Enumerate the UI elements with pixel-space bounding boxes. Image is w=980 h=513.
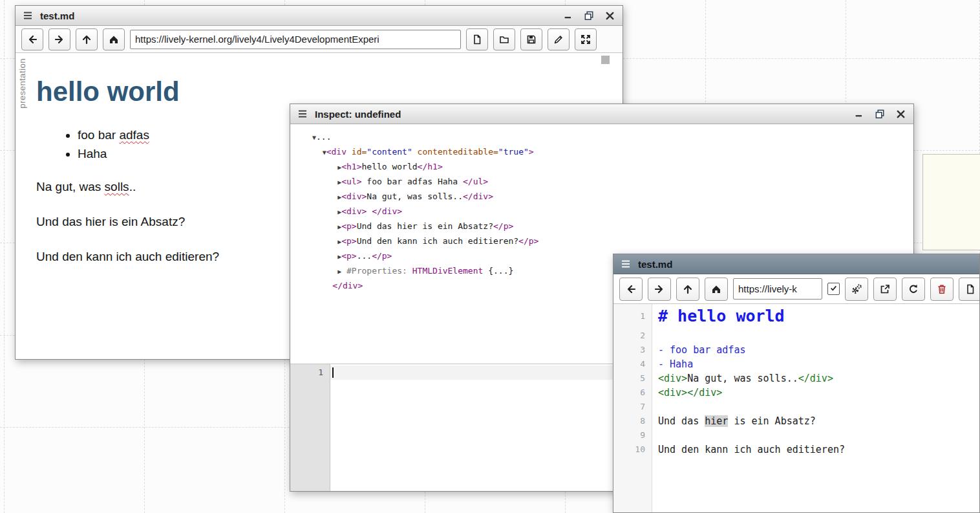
external-link-icon bbox=[879, 283, 891, 295]
new-file-icon bbox=[471, 34, 483, 45]
code-line[interactable]: 6<div></div> bbox=[613, 386, 979, 400]
window-title: test.md bbox=[40, 10, 74, 21]
code-editor[interactable]: 1# hello world23- foo bar adfas4- Haha5<… bbox=[613, 304, 979, 512]
back-icon bbox=[625, 283, 637, 295]
text-segment: - foo bar adfas bbox=[658, 344, 745, 356]
text-segment: <ul> bbox=[341, 177, 361, 186]
url-input[interactable] bbox=[130, 30, 461, 49]
titlebar: Inspect: undefined bbox=[290, 104, 913, 124]
code-line[interactable]: 3- foo bar adfas bbox=[613, 343, 979, 357]
text-segment: Und den kann ich auch editieren? bbox=[36, 250, 219, 263]
line-number: 9 bbox=[613, 428, 652, 442]
forward-button[interactable] bbox=[48, 28, 70, 50]
text-segment: <p> bbox=[341, 236, 356, 246]
external-link-button[interactable] bbox=[873, 278, 897, 301]
gears-button[interactable] bbox=[845, 278, 868, 301]
text-segment: solls bbox=[105, 180, 129, 193]
up-button[interactable] bbox=[76, 28, 98, 50]
text-segment bbox=[341, 266, 346, 276]
text-segment: <div></div> bbox=[658, 387, 722, 398]
trash-icon bbox=[936, 283, 948, 295]
line-number: 10 bbox=[613, 442, 652, 457]
check-icon bbox=[830, 283, 838, 295]
text-segment: id= bbox=[352, 147, 367, 157]
line-number: 8 bbox=[613, 414, 652, 428]
code-line[interactable]: 2 bbox=[613, 329, 979, 343]
text-segment: contenteditable= bbox=[412, 147, 498, 157]
close-icon[interactable] bbox=[603, 9, 616, 22]
action-button-group bbox=[466, 28, 597, 50]
line-number: 6 bbox=[613, 386, 652, 400]
line-number: 7 bbox=[613, 400, 652, 414]
line-content bbox=[652, 329, 979, 343]
text-segment bbox=[312, 266, 337, 276]
back-button[interactable] bbox=[619, 278, 643, 301]
code-line[interactable]: 9 bbox=[613, 428, 979, 442]
forward-button[interactable] bbox=[648, 278, 671, 301]
text-segment: Haha bbox=[78, 147, 107, 160]
dom-tree-node[interactable]: ▶<p>Und das hier is ein Absatz?</p> bbox=[312, 219, 913, 234]
line-number: 2 bbox=[613, 329, 652, 343]
up-button[interactable] bbox=[676, 278, 699, 301]
home-button[interactable] bbox=[103, 28, 125, 50]
gears-icon bbox=[851, 283, 862, 295]
line-content bbox=[652, 400, 979, 414]
line-number: 4 bbox=[613, 357, 652, 371]
home-button[interactable] bbox=[705, 278, 728, 301]
text-cursor bbox=[332, 367, 334, 378]
code-line[interactable]: 8Und das hier is ein Absatz? bbox=[613, 414, 979, 428]
code-line[interactable]: 7 bbox=[613, 400, 979, 414]
code-line[interactable]: 10Und den kann ich auch editieren? bbox=[613, 442, 979, 457]
resize-handle[interactable] bbox=[601, 56, 610, 64]
url-input[interactable] bbox=[733, 278, 822, 300]
text-segment: </div> bbox=[798, 373, 833, 384]
edit-button[interactable] bbox=[548, 28, 570, 50]
grid-line bbox=[4, 0, 5, 513]
dom-tree-node[interactable]: ▶<p>Und den kann ich auch editieren?</p> bbox=[312, 234, 913, 249]
refresh-button[interactable] bbox=[902, 278, 925, 301]
text-segment: <p> bbox=[341, 221, 356, 231]
text-segment: </p> bbox=[518, 236, 538, 246]
menu-icon[interactable] bbox=[620, 258, 632, 270]
dom-tree-node[interactable]: ▼... bbox=[312, 130, 913, 145]
expand-button[interactable] bbox=[575, 28, 597, 50]
text-segment: </h1> bbox=[418, 162, 443, 171]
dom-tree-node[interactable]: ▶<div> </div> bbox=[312, 204, 913, 219]
text-segment: <div bbox=[326, 147, 352, 157]
text-segment: </div> bbox=[372, 206, 402, 216]
dom-tree-node[interactable]: ▶<div>Na gut, was solls..</div> bbox=[312, 190, 913, 204]
text-segment: Und den kann ich auch editieren? bbox=[357, 236, 518, 246]
new-file-button[interactable] bbox=[466, 28, 488, 50]
maximize-icon[interactable] bbox=[582, 9, 595, 22]
dom-tree-node[interactable]: ▶<h1>hello world</h1> bbox=[312, 160, 913, 175]
text-segment: <h1> bbox=[341, 162, 361, 171]
back-button[interactable] bbox=[21, 28, 43, 50]
toolbar-checkbox[interactable] bbox=[827, 283, 840, 295]
window-controls bbox=[853, 107, 907, 120]
code-line[interactable]: 1# hello world bbox=[613, 304, 979, 329]
text-segment bbox=[312, 191, 337, 201]
dom-tree-node[interactable]: ▼<div id="content" contenteditable="true… bbox=[312, 145, 913, 160]
code-line[interactable]: 5<div>Na gut, was solls..</div> bbox=[613, 371, 979, 386]
text-segment: <div> bbox=[658, 373, 687, 384]
text-segment: </ul> bbox=[463, 177, 488, 186]
maximize-icon[interactable] bbox=[873, 107, 886, 120]
code-line[interactable]: 4- Haha bbox=[613, 357, 979, 371]
home-icon bbox=[710, 283, 722, 295]
text-segment: HTMLDivElement bbox=[412, 266, 484, 276]
close-icon[interactable] bbox=[894, 107, 907, 120]
dom-tree-node[interactable]: ▶<ul> foo bar adfas Haha </ul> bbox=[312, 175, 913, 190]
presentation-label: presentation bbox=[17, 58, 27, 109]
menu-icon[interactable] bbox=[22, 10, 34, 21]
folder-button[interactable] bbox=[493, 28, 515, 50]
menu-icon[interactable] bbox=[297, 108, 308, 120]
new-file-button[interactable] bbox=[959, 278, 980, 301]
text-segment: {...} bbox=[483, 266, 513, 276]
line-number: 1 bbox=[613, 304, 652, 329]
text-segment: Na gut, was bbox=[36, 180, 105, 193]
minimize-icon[interactable] bbox=[853, 107, 866, 120]
save-button[interactable] bbox=[520, 28, 542, 50]
nav-button-group bbox=[619, 278, 728, 301]
trash-button[interactable] bbox=[930, 278, 953, 301]
minimize-icon[interactable] bbox=[562, 9, 575, 22]
